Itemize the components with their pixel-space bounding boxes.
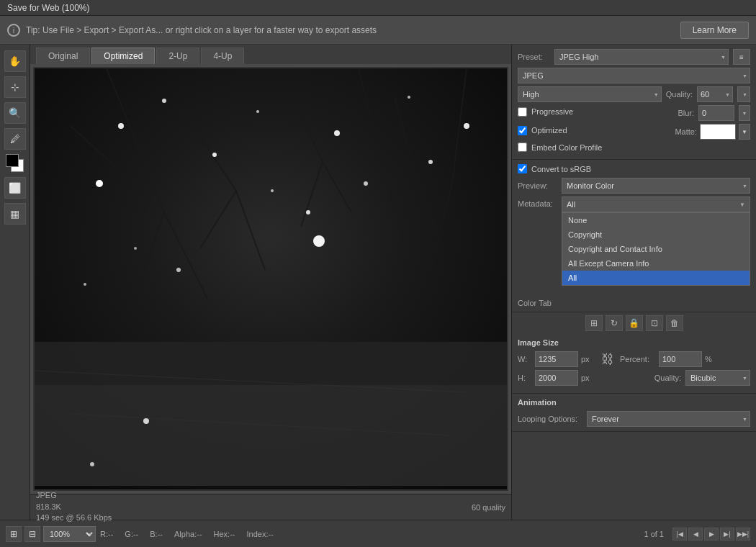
color-swatch[interactable]	[6, 154, 24, 173]
status-bar: ⊞ ⊟ 100% R:-- G:-- B:-- Alpha:-- Hex:-- …	[0, 520, 756, 547]
main-layout: ✋ ⊹ 🔍 🖉 ⬜ ▦ Original Optimized 2-Up 4-Up	[0, 45, 756, 520]
next-frame-button[interactable]: ▶|	[720, 528, 734, 541]
preset-select[interactable]: JPEG High	[554, 49, 729, 65]
image-size-section: Image Size W: px ⛓ Percent: % H: px Qual…	[512, 334, 756, 394]
quality-label: Quality:	[666, 90, 693, 99]
first-frame-button[interactable]: |◀	[672, 528, 687, 541]
percent-input[interactable]	[659, 351, 702, 367]
progressive-checkbox[interactable]	[518, 107, 527, 117]
preview-select[interactable]: Monitor Color	[562, 178, 750, 194]
looping-label: Looping Options:	[518, 415, 582, 423]
optimized-label: Optimized	[531, 126, 567, 135]
svg-point-33	[271, 189, 274, 192]
quality-level-select[interactable]: High	[518, 86, 662, 102]
metadata-option-copyright-contact[interactable]: Copyright and Contact Info	[562, 242, 750, 256]
embed-color-profile-label: Embed Color Profile	[531, 143, 602, 152]
resample-quality-select[interactable]: Bicubic	[685, 370, 750, 386]
preset-menu-button[interactable]: ≡	[733, 49, 750, 65]
matte-label: Matte:	[675, 127, 697, 136]
slice-icon-button[interactable]: ⊡	[646, 315, 663, 331]
metadata-label: Metadata:	[518, 196, 557, 208]
svg-point-30	[134, 247, 137, 250]
svg-point-29	[464, 123, 469, 129]
blur-label: Blur:	[678, 109, 694, 117]
delete-icon-button[interactable]: 🗑	[666, 315, 683, 331]
svg-point-28	[428, 160, 433, 164]
svg-point-19	[118, 123, 124, 129]
svg-point-20	[162, 99, 166, 103]
learn-more-button[interactable]: Learn More	[680, 22, 749, 39]
image-container	[33, 67, 508, 491]
width-input[interactable]	[535, 351, 578, 367]
metadata-option-all[interactable]: All	[562, 271, 750, 285]
blur-arrow[interactable]: ▼	[739, 105, 750, 121]
metadata-option-copyright[interactable]: Copyright	[562, 227, 750, 242]
svg-point-38	[90, 462, 94, 466]
zoom-out-button[interactable]: ⊞	[6, 526, 22, 542]
optimized-checkbox[interactable]	[518, 126, 527, 135]
right-panel: Preset: JPEG High ≡ JPEG	[511, 45, 756, 520]
quality-arrow-select[interactable]	[737, 86, 750, 102]
window-title: Save for Web (100%)	[7, 3, 90, 13]
metadata-option-none[interactable]: None	[562, 213, 750, 227]
image-info-left: JPEG 818.3K 149 sec @ 56.6 Kbps	[36, 490, 112, 523]
metadata-option-all-except-camera[interactable]: All Except Camera Info	[562, 256, 750, 271]
width-unit: px	[581, 355, 595, 363]
zoom-in-button[interactable]: ⊟	[24, 526, 40, 542]
embed-color-profile-checkbox[interactable]	[518, 143, 527, 152]
convert-srgb-checkbox[interactable]	[518, 164, 527, 173]
eyedropper-tool-button[interactable]: 🖉	[4, 128, 26, 150]
page-indicator: 1 of 1	[639, 530, 668, 538]
blur-value-input[interactable]: 0	[698, 105, 734, 121]
select-tool-button[interactable]: ⊹	[4, 76, 26, 98]
svg-point-22	[212, 153, 217, 157]
animation-section: Animation Looping Options: Forever	[512, 394, 756, 432]
quality-value-input[interactable]	[697, 86, 733, 102]
last-frame-button[interactable]: ▶▶|	[736, 528, 750, 541]
metadata-dropdown-trigger[interactable]: All ▼	[562, 196, 750, 212]
prev-frame-button[interactable]: ◀	[688, 528, 703, 541]
height-label: H:	[518, 374, 532, 382]
title-bar: Save for Web (100%)	[0, 0, 756, 16]
link-dimensions-icon[interactable]: ⛓	[598, 352, 617, 367]
g-value: G:--	[125, 530, 138, 538]
svg-point-34	[313, 235, 325, 247]
width-label: W:	[518, 355, 532, 363]
image-format: JPEG	[36, 490, 112, 501]
toggle-preview-button[interactable]: ⬜	[4, 177, 26, 199]
percent-unit: %	[705, 355, 719, 363]
height-input[interactable]	[535, 370, 578, 386]
svg-rect-36	[35, 342, 507, 385]
left-toolbar: ✋ ⊹ 🔍 🖉 ⬜ ▦	[0, 45, 30, 520]
tab-2up[interactable]: 2-Up	[156, 48, 199, 64]
resample-quality-label: Quality:	[654, 374, 681, 382]
slice-tool-button[interactable]: ▦	[4, 203, 26, 225]
index-value: Index:--	[247, 530, 274, 538]
refresh-icon-button[interactable]: ↻	[606, 315, 623, 331]
tab-original[interactable]: Original	[36, 48, 90, 64]
matte-swatch[interactable]	[700, 124, 736, 140]
image-size-title: Image Size	[518, 338, 750, 347]
tabs-bar: Original Optimized 2-Up 4-Up	[30, 45, 511, 64]
zoom-tool-button[interactable]: 🔍	[4, 102, 26, 124]
svg-point-25	[334, 130, 340, 136]
play-button[interactable]: ▶	[704, 528, 719, 541]
looping-select[interactable]: Forever	[587, 411, 750, 427]
tab-4up[interactable]: 4-Up	[201, 48, 244, 64]
tab-optimized[interactable]: Optimized	[91, 48, 155, 64]
lock-icon-button[interactable]: 🔒	[626, 315, 643, 331]
format-select[interactable]: JPEG	[518, 68, 750, 83]
add-icon-button[interactable]: ⊞	[585, 315, 603, 331]
image-filesize: 818.3K	[36, 502, 112, 512]
svg-point-26	[364, 181, 368, 186]
metadata-dropdown-arrow: ▼	[739, 202, 745, 208]
status-right: 1 of 1 |◀ ◀ ▶ ▶| ▶▶|	[639, 528, 750, 541]
color-table-label: Color Tab	[518, 299, 552, 307]
zoom-select[interactable]: 100%	[43, 526, 96, 542]
tip-text: Tip: Use File > Export > Export As... or…	[26, 25, 675, 35]
canvas-area: Original Optimized 2-Up 4-Up	[30, 45, 511, 520]
svg-point-32	[84, 283, 86, 286]
matte-arrow[interactable]: ▼	[739, 124, 750, 140]
percent-label: Percent:	[620, 355, 656, 363]
hand-tool-button[interactable]: ✋	[4, 50, 26, 72]
